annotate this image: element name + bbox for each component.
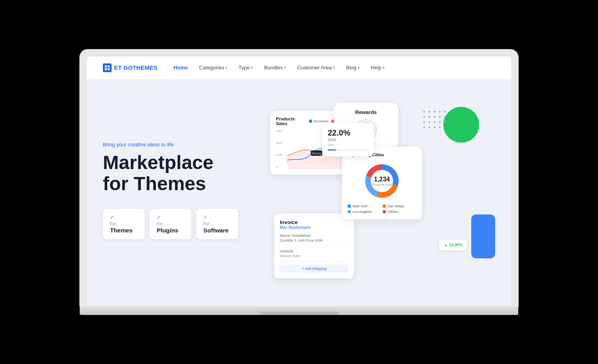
for-label: For <box>110 222 138 226</box>
nav-item-type[interactable]: Type ▾ <box>238 65 253 71</box>
brand-logo[interactable]: ET GOTHEMES <box>103 63 157 72</box>
svg-rect-0 <box>105 65 107 67</box>
debt-bar-fill <box>328 149 336 151</box>
feature-label: Plugins <box>157 227 184 234</box>
svg-rect-2 <box>105 68 107 70</box>
debt-progress-bar <box>328 149 368 151</box>
invoice-title: Invoice <box>280 219 348 225</box>
check-icon: ✓ <box>203 214 231 220</box>
debt-sub: Mar <box>328 143 368 147</box>
dashboard-mockup: Products Sales Incomes Expenses <box>270 99 495 282</box>
deco-circle <box>443 107 479 143</box>
feature-card-software[interactable]: ✓ For Software <box>196 209 238 239</box>
screen-bezel: ET GOTHEMES Home Categories ▾ Type ▾ <box>80 49 518 306</box>
cities-card: Top Selling Cities <box>342 147 422 219</box>
feature-card-themes[interactable]: ✓ For Themes <box>103 209 145 239</box>
chart-y-axis: $80k $50k $20k 0 <box>276 129 283 169</box>
hero-subtitle: Bring your creative ideas to life <box>103 142 254 148</box>
chevron-icon: ▾ <box>358 65 360 70</box>
nav-item-help[interactable]: Help ▾ <box>371 65 385 71</box>
legend-sandiego: San Diego <box>383 204 416 208</box>
chevron-icon: ▾ <box>251 65 253 70</box>
logo-icon <box>103 63 112 72</box>
navbar: ET GOTHEMES Home Categories ▾ Type ▾ <box>87 57 511 79</box>
invoice-date-label: Invoice Date <box>280 254 348 258</box>
feature-card-plugins[interactable]: ✓ For Plugins <box>150 209 191 239</box>
legend-newyork: New York <box>348 204 381 208</box>
nav-item-customer[interactable]: Customer Area ▾ <box>297 65 335 71</box>
nav-item-blog[interactable]: Blog ▾ <box>346 65 360 71</box>
for-label: For <box>203 222 231 226</box>
debt-widget: 22.0% Debt Mar <box>322 123 374 156</box>
legend-color <box>348 205 351 208</box>
invoice-row-detail: Quantity 1, Unit Price 100€ <box>280 238 348 242</box>
debt-percent: 22.0% <box>328 128 368 138</box>
hero-content: Bring your creative ideas to life Market… <box>103 142 254 239</box>
debt-label: Debt <box>328 138 368 142</box>
chevron-icon: ▾ <box>284 65 286 70</box>
feature-label: Themes <box>110 227 138 234</box>
check-icon: ✓ <box>157 214 184 220</box>
donut-label: Products Sold <box>372 183 392 186</box>
chevron-icon: ▾ <box>225 65 227 70</box>
svg-rect-3 <box>108 68 110 70</box>
hero-title: Marketplace for Themes <box>103 152 254 195</box>
legend-color <box>383 205 386 208</box>
income-legend-dot <box>309 120 312 123</box>
stat-arrow-icon: ▲ <box>444 243 449 247</box>
legend-losangeles: Los Angeles <box>348 210 381 214</box>
cities-legend: New York San Diego Los Angeles <box>348 204 416 214</box>
nav-menu: Home Categories ▾ Type ▾ Bundles ▾ <box>173 65 385 71</box>
screen: ET GOTHEMES Home Categories ▾ Type ▾ <box>87 57 511 306</box>
legend-others: Others <box>383 210 416 214</box>
check-icon: ✓ <box>110 214 138 220</box>
legend-color <box>348 210 351 213</box>
invoice-row-label: Server Installation <box>280 234 348 238</box>
legend-color <box>383 210 386 213</box>
laptop-container: ET GOTHEMES Home Categories ▾ Type ▾ <box>80 49 518 315</box>
feature-cards: ✓ For Themes ✓ For Plugins ✓ For Sof <box>103 209 254 239</box>
brand-name: ET GOTHEMES <box>114 64 157 71</box>
nav-item-home[interactable]: Home <box>173 65 188 71</box>
subtotal-label: Subtotal <box>280 249 293 253</box>
for-label: For <box>157 222 184 226</box>
svg-rect-1 <box>108 65 110 67</box>
deco-blue-rect <box>471 214 495 258</box>
nav-item-bundles[interactable]: Bundles ▾ <box>264 65 286 71</box>
stat-badge: ▲ 13.36% <box>439 240 467 250</box>
invoice-values: Subtotal <box>280 249 348 253</box>
chevron-icon: ▾ <box>383 65 385 70</box>
hero-section: Bring your creative ideas to life Market… <box>87 79 511 306</box>
rewards-title: Rewards <box>340 109 391 115</box>
donut-number: 1,234 <box>372 175 392 183</box>
invoice-card: Invoice Max Mustermann Server Installati… <box>274 214 354 278</box>
nav-item-categories[interactable]: Categories ▾ <box>199 65 227 71</box>
feature-label: Software <box>203 227 231 234</box>
laptop-base <box>80 306 518 315</box>
donut-center: 1,234 Products Sold <box>372 175 392 186</box>
divider <box>280 261 348 262</box>
divider <box>280 246 348 246</box>
chevron-icon: ▾ <box>333 65 335 70</box>
invoice-name: Max Mustermann <box>280 225 348 230</box>
svg-text:shot.png: shot.png <box>312 152 321 155</box>
add-shipping-button[interactable]: + Add Shipping <box>280 265 348 273</box>
deco-dots <box>423 111 447 130</box>
donut-chart: 1,234 Products Sold <box>362 161 402 201</box>
